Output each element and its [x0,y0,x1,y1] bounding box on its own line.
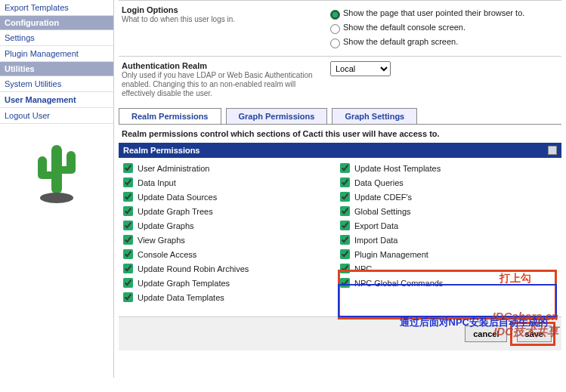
svg-rect-2 [38,171,54,179]
cactus-logo [0,137,113,207]
perm-view-graphs[interactable] [123,235,133,245]
radio-label: Show the page that user pointed their br… [343,8,524,17]
tab-graph-settings[interactable]: Graph Settings [332,108,417,124]
watermark-url: IDCshare.cn [492,310,558,323]
perm-user-administration[interactable] [123,163,133,173]
perm-update-cdefs[interactable] [340,192,350,202]
radio-label: Show the default graph screen. [343,37,458,46]
sidebar-item-logout-user[interactable]: Logout User [0,108,113,124]
tab-realm-permissions[interactable]: Realm Permissions [119,108,221,124]
perm-update-graph-templates[interactable] [123,278,133,288]
radio-show-console[interactable] [330,24,340,34]
radio-label: Show the default console screen. [343,23,465,32]
auth-realm-label: Authentication Realm Only used if you ha… [119,61,330,97]
sidebar: Export Templates Configuration Settings … [0,0,114,378]
sidebar-item-system-utilities[interactable]: System Utilities [0,76,113,92]
radio-show-pointed-page[interactable] [330,10,340,20]
sidebar-item-plugin-management[interactable]: Plugin Management [0,46,113,62]
perm-update-graph-trees[interactable] [123,206,133,216]
sidebar-item-export-templates[interactable]: Export Templates [0,0,113,16]
perm-data-queries[interactable] [340,177,350,187]
sidebar-heading-configuration: Configuration [0,16,113,30]
perm-npc[interactable] [340,264,350,273]
annotation-text-check: 打上勾 [500,272,531,286]
perm-update-graphs[interactable] [123,221,133,230]
auth-realm-select[interactable]: Local [330,61,391,76]
tabs: Realm Permissions Graph Permissions Grap… [119,108,561,125]
perm-export-data[interactable] [340,221,350,230]
perm-import-data[interactable] [340,235,350,245]
sidebar-item-user-management[interactable]: User Management [0,92,113,108]
main-panel: Login Options What to do when this user … [114,0,566,378]
toggle-all-checkbox[interactable] [548,146,557,155]
perm-global-settings[interactable] [340,206,350,216]
tab-graph-permissions[interactable]: Graph Permissions [226,108,328,124]
sidebar-heading-utilities: Utilities [0,62,113,76]
realm-description: Realm permissions control which sections… [119,125,561,143]
realm-permissions-header: Realm Permissions [119,143,561,158]
perm-update-data-sources[interactable] [123,192,133,202]
perm-update-rra[interactable] [123,264,133,273]
perm-col-left: User Administration Data Input Update Da… [123,161,340,304]
perm-update-host-templates[interactable] [340,163,350,173]
perm-plugin-management[interactable] [340,249,350,259]
login-options-label: Login Options What to do when this user … [119,5,330,51]
watermark-text: IDC技术共享 [493,325,558,339]
perm-console-access[interactable] [123,249,133,259]
perm-data-input[interactable] [123,177,133,187]
perm-update-data-templates[interactable] [123,292,133,302]
svg-rect-4 [59,166,76,174]
radio-show-graph[interactable] [330,39,340,48]
svg-point-5 [40,193,73,203]
perm-npc-global-commands[interactable] [340,278,350,288]
sidebar-item-settings[interactable]: Settings [0,30,113,46]
